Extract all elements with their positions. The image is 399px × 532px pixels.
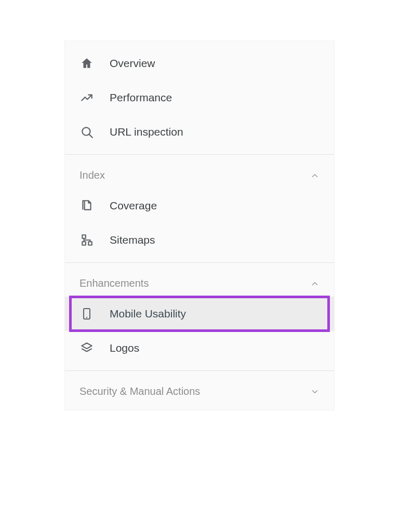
nav-top-block: Overview Performance URL inspection [65,41,334,155]
section-header-enhancements[interactable]: Enhancements [65,268,334,297]
nav-item-label: Coverage [110,200,157,212]
section-header-index[interactable]: Index [65,160,334,189]
section-title: Security & Manual Actions [79,385,200,397]
layers-icon [79,341,94,355]
nav-item-label: Logos [110,342,139,354]
trend-icon [79,90,94,105]
nav-item-label: Performance [110,91,172,104]
nav-item-coverage[interactable]: Coverage [65,189,334,223]
svg-line-1 [89,135,92,138]
section-header-security[interactable]: Security & Manual Actions [65,376,334,405]
pages-icon [79,198,94,213]
sidebar-nav: Overview Performance URL inspection Inde… [64,41,335,410]
chevron-up-icon [310,171,320,180]
nav-item-overview[interactable]: Overview [65,46,334,81]
nav-item-url-inspection[interactable]: URL inspection [65,115,334,149]
section-title: Index [79,169,105,181]
nav-item-label: Mobile Usability [110,308,186,320]
svg-rect-2 [82,235,86,238]
chevron-down-icon [310,387,320,396]
mobile-icon [79,307,94,321]
nav-item-label: URL inspection [110,126,183,138]
nav-item-label: Overview [110,57,155,70]
search-icon [79,125,94,139]
nav-item-logos[interactable]: Logos [65,331,334,365]
svg-marker-7 [82,343,92,349]
nav-item-sitemaps[interactable]: Sitemaps [65,223,334,257]
svg-rect-4 [88,242,92,245]
nav-section-index: Index Coverage Sitemaps [65,155,334,263]
nav-item-performance[interactable]: Performance [65,81,334,115]
nav-item-label: Sitemaps [110,234,155,246]
chevron-up-icon [310,279,320,288]
home-icon [79,56,94,71]
annotation-highlight [69,296,330,332]
nav-section-security: Security & Manual Actions [65,371,334,410]
section-title: Enhancements [79,277,149,289]
sitemap-icon [79,233,94,247]
nav-section-enhancements: Enhancements Mobile Usability Logos [65,263,334,371]
nav-item-mobile-usability[interactable]: Mobile Usability [65,297,334,331]
svg-rect-3 [82,242,86,245]
